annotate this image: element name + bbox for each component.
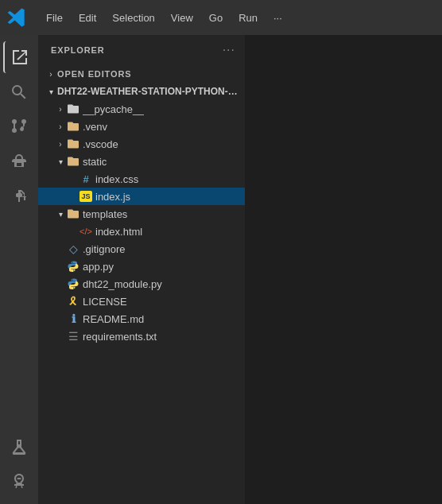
remote-icon	[10, 472, 29, 491]
pycache-folder[interactable]: __pycache__	[38, 100, 245, 118]
project-root-arrow	[45, 85, 57, 98]
vscode-arrow	[54, 138, 67, 150]
open-editors-label: OPEN EDITORS	[57, 69, 131, 79]
sidebar-more-button[interactable]: ···	[223, 43, 235, 57]
vscode-folder[interactable]: .vscode	[38, 135, 245, 153]
open-editors-section[interactable]: OPEN EDITORS	[38, 65, 245, 83]
license-label: LICENSE	[83, 296, 127, 308]
index-css-file[interactable]: # index.css	[38, 170, 245, 188]
requirements-label: requirements.txt	[83, 331, 157, 343]
app-py-file[interactable]: app.py	[38, 258, 245, 275]
license-file[interactable]: 🎗 LICENSE	[38, 293, 245, 310]
templates-arrow	[54, 207, 67, 220]
vscode-folder-icon	[67, 138, 79, 150]
static-label: static	[83, 156, 107, 168]
readme-file-icon: ℹ	[67, 312, 79, 325]
activity-source-control[interactable]	[3, 111, 35, 143]
sidebar-header: EXPLORER ···	[38, 35, 245, 65]
requirements-file-icon: ☰	[67, 330, 79, 343]
static-folder-icon	[67, 155, 79, 168]
html-file-icon: </>	[79, 225, 92, 238]
folder-icon	[67, 103, 79, 115]
menu-view[interactable]: View	[165, 9, 200, 27]
index-js-file[interactable]: JS index.js	[38, 188, 245, 205]
testing-icon	[10, 437, 29, 456]
menu-bar: File Edit Selection View Go Run ···	[40, 9, 289, 27]
activity-testing[interactable]	[3, 431, 35, 463]
main-layout: EXPLORER ··· OPEN EDITORS DHT22-WEATHER-…	[0, 35, 442, 504]
gitignore-label: .gitignore	[83, 243, 125, 255]
static-arrow	[54, 155, 67, 168]
activity-remote[interactable]	[3, 466, 35, 498]
index-css-label: index.css	[95, 173, 138, 185]
titlebar: File Edit Selection View Go Run ···	[0, 0, 442, 35]
venv-folder[interactable]: .venv	[38, 118, 245, 135]
activity-extensions[interactable]	[3, 181, 35, 213]
dht22-module-file[interactable]: dht22_module.py	[38, 275, 245, 293]
index-js-label: index.js	[95, 191, 130, 203]
open-editors-arrow	[45, 68, 57, 80]
venv-label: .venv	[83, 121, 107, 133]
debug-icon	[10, 153, 29, 172]
vscode-logo-icon	[6, 7, 27, 28]
index-html-file[interactable]: </> index.html	[38, 223, 245, 240]
activity-bar	[0, 35, 38, 504]
activity-search[interactable]	[3, 76, 35, 108]
python2-icon	[67, 277, 79, 290]
dht22-py-icon	[67, 277, 79, 290]
activity-explorer[interactable]	[3, 41, 35, 73]
venv-arrow	[54, 120, 67, 133]
venv-folder-icon	[67, 120, 79, 133]
menu-file[interactable]: File	[40, 9, 69, 27]
readme-label: README.md	[83, 313, 144, 325]
search-icon	[10, 83, 29, 102]
static-folder[interactable]: static	[38, 153, 245, 170]
js-file-icon: JS	[79, 191, 92, 202]
license-file-icon: 🎗	[67, 295, 79, 308]
css-file-icon: #	[79, 173, 92, 185]
gitignore-file[interactable]: ◇ .gitignore	[38, 240, 245, 258]
menu-go[interactable]: Go	[203, 9, 229, 27]
project-root-folder[interactable]: DHT22-WEATHER-STATION-PYTHON-FLASK-SOCKE…	[38, 83, 245, 100]
files-icon	[10, 48, 29, 67]
app-py-label: app.py	[83, 261, 114, 273]
templates-label: templates	[83, 208, 127, 220]
index-html-label: index.html	[95, 226, 142, 238]
sidebar-title: EXPLORER	[51, 45, 105, 55]
editor-content	[245, 35, 442, 504]
vscode-label: .vscode	[83, 138, 118, 150]
file-explorer: OPEN EDITORS DHT22-WEATHER-STATION-PYTHO…	[38, 65, 245, 504]
activity-debug[interactable]	[3, 146, 35, 178]
menu-run[interactable]: Run	[232, 9, 264, 27]
templates-folder-icon	[67, 207, 79, 220]
requirements-file[interactable]: ☰ requirements.txt	[38, 328, 245, 345]
readme-file[interactable]: ℹ README.md	[38, 310, 245, 328]
templates-folder[interactable]: templates	[38, 205, 245, 223]
dht22-module-label: dht22_module.py	[83, 278, 162, 290]
python-icon	[67, 260, 79, 273]
menu-more[interactable]: ···	[267, 9, 289, 27]
menu-edit[interactable]: Edit	[72, 9, 103, 27]
pycache-arrow	[54, 103, 67, 115]
git-file-icon: ◇	[67, 242, 79, 255]
pycache-label: __pycache__	[83, 103, 144, 115]
sidebar: EXPLORER ··· OPEN EDITORS DHT22-WEATHER-…	[38, 35, 245, 504]
menu-selection[interactable]: Selection	[106, 9, 161, 27]
extensions-icon	[10, 188, 29, 207]
py-file-icon	[67, 260, 79, 273]
project-root-label: DHT22-WEATHER-STATION-PYTHON-FLASK-SOCKE…	[57, 86, 238, 97]
source-control-icon	[10, 118, 29, 137]
